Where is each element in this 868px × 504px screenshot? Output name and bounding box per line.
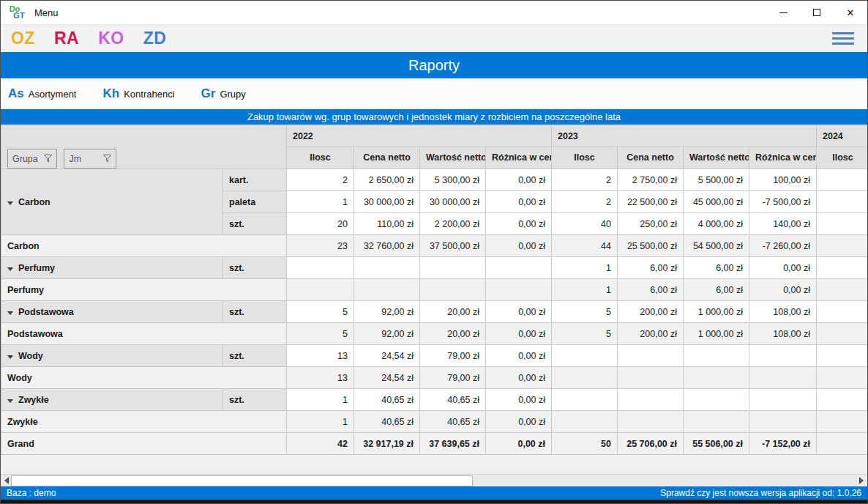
filter-header-cell: Grupa Jm (1, 125, 287, 169)
value-cell (684, 345, 749, 367)
grand-row-label: Grand (1, 433, 287, 455)
toolbar-item-grupy[interactable]: GrGrupy (201, 86, 246, 101)
value-cell: 37 500,00 zł (420, 235, 486, 257)
value-cell: 0,00 zł (749, 279, 817, 301)
value-cell: 108,00 zł (749, 301, 817, 323)
bottom-strip (1, 500, 867, 503)
value-cell: 2 (552, 191, 618, 213)
status-version-check[interactable]: Sprawdź czy jest nowsza wersja aplikacji… (660, 488, 861, 498)
value-cell: 1 000,00 zł (684, 301, 749, 323)
value-cell: 44 (552, 235, 618, 257)
value-cell (817, 323, 867, 345)
page-title-bar: Raporty (1, 52, 867, 78)
close-icon: ✕ (847, 7, 855, 18)
maximize-icon (813, 9, 820, 16)
scrollbar-thumb[interactable] (11, 475, 473, 486)
collapse-triangle-icon (7, 355, 13, 359)
unit-cell: kart. (223, 169, 287, 191)
group-name: Wody (18, 351, 43, 361)
app-logo: Do GT (7, 6, 29, 19)
hamburger-icon (832, 37, 854, 40)
value-cell (749, 389, 817, 411)
value-cell (420, 279, 486, 301)
group-filter-dropdown[interactable]: Grupa (7, 149, 57, 168)
value-cell: 6,00 zł (618, 279, 684, 301)
hamburger-menu-button[interactable] (829, 29, 857, 48)
year-header-2024: 2024 (817, 125, 867, 147)
group-row-label[interactable]: Carbon (1, 169, 223, 235)
minimize-button[interactable] (766, 1, 800, 24)
value-cell: 24,54 zł (354, 345, 420, 367)
value-cell: 23 (287, 235, 354, 257)
year-header-row: Grupa Jm 202220232024 (1, 125, 868, 147)
value-cell (749, 367, 817, 389)
unit-cell: szt. (223, 345, 287, 367)
titlebar: Do GT Menu ✕ (1, 1, 867, 24)
group-name: Carbon (18, 197, 50, 207)
value-cell: 0,00 zł (486, 301, 552, 323)
column-header: Wartość netto (420, 147, 486, 169)
collapse-triangle-icon (7, 399, 13, 403)
column-header: Cena netto (354, 147, 420, 169)
value-cell (618, 389, 684, 411)
value-cell: 250,00 zł (618, 213, 684, 235)
value-cell: 45 000,00 zł (684, 191, 749, 213)
maximize-button[interactable] (800, 1, 834, 24)
value-cell: 2 200,00 zł (420, 213, 486, 235)
column-header: Wartość netto (684, 147, 749, 169)
value-cell: 32 760,00 zł (354, 235, 420, 257)
value-cell (817, 345, 867, 367)
value-cell: -7 260,00 zł (749, 235, 817, 257)
value-cell: 0,00 zł (486, 367, 552, 389)
horizontal-scrollbar[interactable] (1, 474, 867, 486)
group-row-label[interactable]: Wody (1, 345, 223, 367)
unit-filter-dropdown[interactable]: Jm (64, 149, 116, 168)
filter-funnel-icon (44, 155, 52, 163)
menu-label[interactable]: Menu (34, 7, 59, 18)
value-cell: -7 500,00 zł (749, 191, 817, 213)
hamburger-icon (832, 42, 854, 45)
group-row-label[interactable]: Podstawowa (1, 301, 223, 323)
toolbar-icon-as: As (8, 86, 24, 101)
group-name: Zwykłe (18, 395, 49, 405)
scroll-right-button[interactable] (856, 475, 867, 486)
toolbar-item-asortyment[interactable]: AsAsortyment (8, 86, 76, 101)
nav-item-zd[interactable]: ZD (143, 29, 167, 48)
value-cell: 40,65 zł (420, 389, 486, 411)
value-cell: 30 000,00 zł (354, 191, 420, 213)
value-cell (618, 345, 684, 367)
scroll-left-icon (4, 477, 9, 484)
value-cell: 42 (287, 433, 354, 455)
group-name: Perfumy (18, 263, 55, 273)
toolbar-item-kontrahenci[interactable]: KhKontrahenci (102, 86, 174, 101)
close-button[interactable]: ✕ (834, 1, 867, 24)
group-row-label[interactable]: Zwykłe (1, 389, 223, 411)
value-cell: 25 706,00 zł (618, 433, 684, 455)
value-cell (486, 279, 552, 301)
group-row: Podstawowaszt.592,00 zł20,00 zł0,00 zł52… (1, 301, 868, 323)
value-cell (817, 257, 867, 279)
toolbar-label: Grupy (220, 89, 245, 100)
hamburger-icon (832, 32, 854, 34)
unit-cell: szt. (223, 301, 287, 323)
summary-row: Zwykłe140,65 zł40,65 zł0,00 zł (1, 411, 868, 433)
value-cell: 54 500,00 zł (684, 235, 749, 257)
value-cell: 100,00 zł (749, 169, 817, 191)
module-navbar: OZRAKOZD (1, 24, 867, 52)
summary-row: Wody1324,54 zł79,00 zł0,00 zł (1, 367, 868, 389)
grand-row: Grand4232 917,19 zł37 639,65 zł0,00 zł50… (1, 433, 868, 455)
summary-row-label: Carbon (1, 235, 287, 257)
nav-item-ra[interactable]: RA (54, 29, 79, 48)
nav-item-ko[interactable]: KO (98, 29, 124, 48)
summary-row-label: Zwykłe (1, 411, 287, 433)
unit-cell: paleta (223, 191, 287, 213)
unit-filter-label: Jm (69, 154, 81, 164)
value-cell (486, 257, 552, 279)
value-cell (817, 191, 867, 213)
value-cell: 0,00 zł (486, 169, 552, 191)
module-nav-items: OZRAKOZD (11, 29, 185, 48)
page-title: Raporty (408, 57, 460, 74)
group-row-label[interactable]: Perfumy (1, 257, 223, 279)
value-cell: 40 (552, 213, 618, 235)
nav-item-oz[interactable]: OZ (11, 29, 35, 48)
